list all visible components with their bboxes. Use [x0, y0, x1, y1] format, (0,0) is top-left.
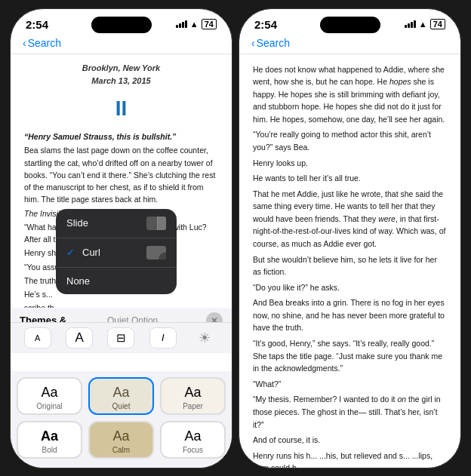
font-large-button[interactable]: A — [66, 327, 93, 349]
theme-calm-label: Calm — [112, 446, 130, 454]
bar2 — [179, 23, 181, 28]
theme-focus-label: Focus — [183, 446, 203, 454]
theme-original-aa: Aa — [41, 385, 57, 401]
wifi-icon-right: ▲ — [419, 20, 427, 29]
left-phone: 2:54 ▲ 74 ‹ Search Brooklyn, New YorkMar — [10, 8, 232, 468]
theme-paper-aa: Aa — [184, 385, 201, 401]
theme-quiet-aa: Aa — [112, 385, 129, 401]
book-text-right: He does not know what happened to Addie,… — [253, 63, 447, 468]
italic-button[interactable]: I — [149, 327, 177, 349]
phones-container: 2:54 ▲ 74 ‹ Search Brooklyn, New YorkMar — [10, 8, 461, 468]
battery-left: 74 — [202, 19, 217, 29]
theme-quiet[interactable]: Aa Quiet — [88, 377, 154, 415]
transition-slide[interactable]: Slide — [56, 209, 177, 238]
book-content-right: He does not know what happened to Addie,… — [239, 54, 460, 468]
signal-bars-left — [176, 20, 187, 28]
status-time-right: 2:54 — [254, 18, 277, 31]
back-button-left[interactable]: ‹ Search — [23, 37, 61, 49]
theme-bold-label: Bold — [42, 446, 57, 454]
curl-icon — [146, 246, 166, 259]
book-content-left: Brooklyn, New YorkMarch 13, 2015 II “Hen… — [11, 54, 232, 352]
transition-menu: Slide ✓ Curl None — [56, 209, 177, 294]
curl-check-icon: ✓ — [66, 247, 75, 258]
font-controls: A A ⊟ I ☀ — [11, 322, 232, 353]
theme-paper[interactable]: Aa Paper — [160, 377, 226, 415]
theme-quiet-label: Quiet — [112, 402, 131, 410]
curl-label: Curl — [82, 247, 100, 258]
bar3 — [182, 22, 184, 28]
theme-focus-aa: Aa — [184, 428, 201, 444]
book-location: Brooklyn, New YorkMarch 13, 2015 — [24, 62, 218, 88]
rbar2 — [408, 23, 410, 28]
brightness-button[interactable]: ☀ — [191, 327, 218, 349]
font-face-button[interactable]: ⊟ — [107, 327, 134, 349]
dynamic-island — [91, 17, 152, 33]
none-label: None — [66, 275, 90, 287]
rbar3 — [411, 22, 413, 28]
theme-bold[interactable]: Aa Bold — [17, 421, 82, 459]
bar1 — [176, 25, 178, 28]
battery-right: 74 — [430, 19, 445, 29]
signal-bars-right — [405, 20, 416, 28]
theme-paper-label: Paper — [183, 402, 203, 410]
transition-curl[interactable]: ✓ Curl — [56, 238, 177, 268]
status-icons-left: ▲ 74 — [176, 19, 217, 29]
wifi-icon-left: ▲ — [190, 20, 199, 29]
chevron-left-icon-left: ‹ — [23, 37, 26, 49]
font-small-button[interactable]: A — [24, 327, 51, 349]
theme-original[interactable]: Aa Original — [17, 377, 82, 415]
slide-label: Slide — [66, 217, 88, 229]
right-phone: 2:54 ▲ 74 ‹ Search He does not — [239, 8, 461, 468]
theme-calm-aa: Aa — [112, 428, 129, 444]
theme-focus[interactable]: Aa Focus — [160, 421, 226, 459]
rbar4 — [414, 20, 416, 28]
theme-cards: Aa Original Aa Quiet Aa Paper Aa Bold Aa… — [11, 371, 232, 468]
back-label-left: Search — [28, 37, 61, 49]
theme-original-label: Original — [36, 402, 62, 410]
status-icons-right: ▲ 74 — [405, 19, 445, 29]
back-label-right: Search — [257, 37, 290, 49]
nav-bar-left: ‹ Search — [11, 34, 232, 54]
theme-calm[interactable]: Aa Calm — [88, 421, 154, 459]
rbar1 — [405, 25, 407, 28]
dynamic-island-right — [320, 17, 380, 33]
bar4 — [185, 20, 187, 28]
theme-bold-aa: Aa — [41, 428, 58, 444]
chevron-left-icon-right: ‹ — [251, 37, 255, 49]
slide-icon — [146, 217, 166, 230]
status-time-left: 2:54 — [26, 18, 48, 31]
transition-none[interactable]: None — [56, 268, 177, 294]
chapter-number: II — [24, 92, 218, 124]
nav-bar-right: ‹ Search — [239, 34, 460, 54]
back-button-right[interactable]: ‹ Search — [251, 37, 290, 49]
